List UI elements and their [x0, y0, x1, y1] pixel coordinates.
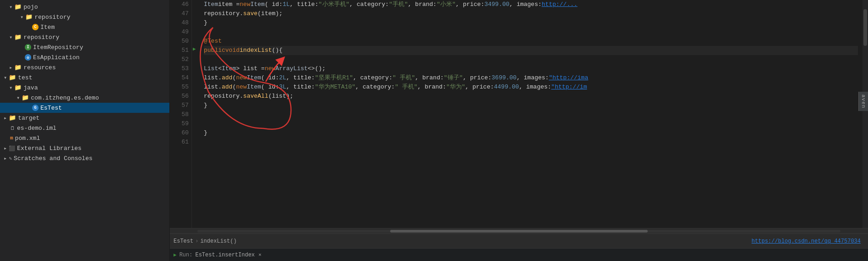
sidebar-item-label: ItemRepository [33, 44, 83, 51]
sidebar-item-label: repository [34, 14, 70, 21]
run-separator: Run: [179, 252, 193, 258]
code-line-46: Item item = new Item ( id: 1L , title: "… [204, 0, 858, 9]
breadcrumb-method[interactable]: indexList() [200, 238, 236, 244]
chevron-down-icon [9, 34, 12, 41]
vertical-scrollbar[interactable] [862, 0, 868, 228]
chevron-down-icon [9, 4, 12, 11]
spring-app-icon: ✿ [25, 54, 31, 61]
sidebar-item-label: java [23, 84, 38, 91]
code-line-51: public void indexList (){ [204, 46, 858, 55]
code-line-48: } [204, 18, 858, 28]
h-scrollbar-thumb[interactable] [390, 230, 647, 233]
chevron-right-icon [4, 145, 7, 152]
sidebar-item-label: EsTest [40, 105, 62, 111]
folder-test-icon: 📁 [9, 74, 16, 81]
chevron-down-icon [20, 14, 23, 21]
aveni-tab[interactable]: aven [858, 92, 868, 111]
main-area: 📁 pojo 📁 repository C Item [0, 0, 868, 261]
code-line-50: @Test [204, 37, 858, 46]
code-line-56: repository. saveAll (list); [204, 92, 858, 101]
folder-package-icon: 📁 [22, 94, 29, 101]
code-line-55: list. add ( new Item ( id: 3L , title: "… [204, 83, 858, 92]
code-line-49 [204, 28, 858, 37]
folder-icon: 📁 [14, 64, 22, 71]
sidebar-item-label: es-demo.iml [17, 125, 56, 132]
folder-target-icon: 📁 [9, 114, 16, 122]
scratches-icon: ✎ [9, 155, 12, 161]
code-line-54: list. add ( new Item ( id: 2L , title: "… [204, 73, 858, 83]
code-line-60: } [204, 128, 858, 138]
sidebar-item-ext-libs[interactable]: ⬛ External Libraries [0, 143, 169, 153]
sidebar-item-iml[interactable]: 🗒 es-demo.iml [0, 123, 169, 133]
folder-icon: 📁 [14, 3, 22, 11]
chevron-down-icon [17, 94, 20, 101]
code-editor[interactable]: Item item = new Item ( id: 1L , title: "… [199, 0, 862, 228]
run-label[interactable]: EsTest.insertIndex [195, 252, 255, 258]
editor-gutter: ▶ [192, 0, 199, 228]
estest-icon: G [32, 105, 39, 111]
sidebar-item-label: repository [23, 34, 59, 41]
code-line-57: } [204, 101, 858, 110]
sidebar-tree: 📁 pojo 📁 repository C Item [0, 0, 169, 261]
chevron-right-icon [4, 155, 7, 162]
sidebar-item-esapp[interactable]: ✿ EsApplication [0, 52, 169, 62]
scrollbar-thumb[interactable] [863, 9, 867, 46]
run-icon: ▶ [174, 252, 177, 258]
breadcrumb: EsTest › indexList() [174, 238, 748, 244]
chevron-right-icon [4, 115, 7, 122]
java-class-icon: C [32, 24, 39, 30]
sidebar-item-pom[interactable]: m pom.xml [0, 133, 169, 143]
sidebar-item-label: resources [23, 64, 56, 71]
line-numbers: 46 47 48 49 50 51 52 53 54 55 56 57 58 5… [170, 0, 192, 228]
folder-icon: 📁 [25, 13, 33, 21]
maven-icon: m [10, 135, 13, 141]
sidebar-item-label: pojo [23, 4, 38, 11]
sidebar-item-itemrepo[interactable]: I ItemRepository [0, 42, 169, 52]
sidebar-item-target[interactable]: 📁 target [0, 113, 169, 123]
chevron-down-icon [4, 74, 7, 81]
sidebar: 📁 pojo 📁 repository C Item [0, 0, 170, 261]
sidebar-item-pojo[interactable]: 📁 pojo [0, 2, 169, 12]
sidebar-item-package[interactable]: 📁 com.itzheng.es.demo [0, 93, 169, 103]
code-line-58 [204, 110, 858, 119]
run-arrow-icon[interactable]: ▶ [193, 46, 196, 52]
sidebar-item-estest[interactable]: G EsTest [0, 103, 169, 113]
sidebar-item-pojo-repository[interactable]: 📁 repository [0, 12, 169, 22]
sidebar-item-label: target [18, 115, 39, 122]
csdn-link[interactable]: https://blog.csdn.net/qq_44757034 [751, 238, 861, 244]
code-line-47: repository. save (item); [204, 9, 858, 18]
sidebar-item-test[interactable]: 📁 test [0, 72, 169, 83]
chevron-right-icon [9, 64, 12, 71]
sidebar-item-resources[interactable]: 📁 resources [0, 62, 169, 72]
breadcrumb-estest[interactable]: EsTest [174, 238, 193, 244]
code-line-53: List < Item > list = new ArrayList <>(); [204, 64, 858, 73]
sidebar-item-label: Scratches and Consoles [14, 155, 93, 162]
bottom-bar: EsTest › indexList() https://blog.csdn.n… [170, 233, 868, 248]
sidebar-item-label: EsApplication [33, 54, 79, 61]
java-interface-icon: I [25, 44, 31, 50]
sidebar-item-label: External Libraries [17, 145, 81, 152]
code-container[interactable]: 46 47 48 49 50 51 52 53 54 55 56 57 58 5… [170, 0, 868, 228]
folder-icon: 📁 [14, 33, 22, 41]
run-close-icon[interactable]: × [258, 252, 262, 258]
code-line-52 [204, 55, 858, 64]
sidebar-item-label: test [18, 74, 32, 81]
ext-lib-icon: ⬛ [9, 145, 15, 151]
sidebar-item-scratches[interactable]: ✎ Scratches and Consoles [0, 153, 169, 163]
code-line-61 [204, 138, 858, 147]
iml-icon: 🗒 [10, 125, 15, 131]
status-right: https://blog.csdn.net/qq_44757034 [751, 238, 864, 244]
horizontal-scrollbar[interactable] [170, 228, 868, 233]
breadcrumb-separator: › [195, 238, 198, 244]
chevron-down-icon [9, 84, 12, 91]
code-line-59 [204, 119, 858, 128]
sidebar-item-label: pom.xml [15, 135, 40, 142]
editor-area: 46 47 48 49 50 51 52 53 54 55 56 57 58 5… [170, 0, 868, 261]
folder-java-icon: 📁 [14, 84, 22, 91]
h-scrollbar-track [197, 230, 840, 233]
sidebar-item-label: Item [40, 24, 55, 31]
sidebar-item-label: com.itzheng.es.demo [31, 94, 99, 101]
sidebar-item-java[interactable]: 📁 java [0, 83, 169, 93]
sidebar-item-item[interactable]: C Item [0, 22, 169, 32]
sidebar-item-repository[interactable]: 📁 repository [0, 32, 169, 42]
